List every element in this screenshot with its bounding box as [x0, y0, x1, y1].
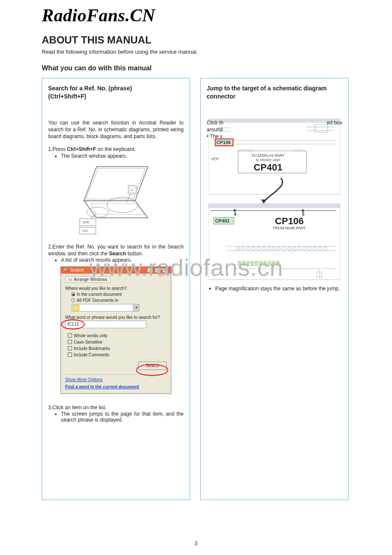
card-title-right: Jump to the target of a schematic diagra… — [207, 84, 342, 101]
svg-rect-55 — [238, 261, 241, 266]
card-title-line2: (Ctrl+Shift+F) — [48, 93, 86, 100]
svg-text:|: | — [315, 240, 315, 243]
svg-text:| | | | | | | | | |: | | | | | | | | | | — [294, 149, 302, 151]
card-search-refno: Search for a Ref. No. (phrase) (Ctrl+Shi… — [42, 78, 190, 500]
step2-bold: Search — [109, 251, 126, 257]
step-1: 1.Press Ctrl+Shift+F on the keyboard. — [48, 146, 184, 153]
right-note: Page magnification stays the same as bef… — [207, 286, 342, 292]
maximize-icon[interactable]: □ — [155, 268, 161, 273]
magnifier-icon: 🔍 — [63, 268, 69, 272]
check-whole-words[interactable]: Whole words only — [68, 333, 167, 338]
key-shift-label: Shift — [82, 220, 89, 224]
step2-bullet: A list of search results appears. — [61, 257, 184, 263]
line1b: ed box — [327, 120, 342, 126]
highlight-ellipse-search — [136, 364, 168, 376]
bullet-dot-icon — [209, 288, 211, 289]
check-include-comments[interactable]: Include Comments — [68, 353, 167, 357]
card-title-left: Search for a Ref. No. (phrase) (Ctrl+Shi… — [48, 84, 184, 101]
step1-prefix: 1.Press — [48, 146, 67, 152]
label-ver: VER — [211, 157, 219, 161]
svg-rect-56 — [242, 261, 245, 266]
line3: • The s — [207, 133, 222, 139]
step1-bullets: The Search window appears. — [61, 153, 184, 159]
close-icon[interactable]: × — [162, 268, 168, 273]
page-title: ABOUT THIS MANUAL — [42, 34, 350, 46]
step1-bullet: The Search window appears. — [61, 153, 184, 159]
svg-rect-63 — [272, 261, 275, 266]
svg-text:| | | | | | | | | | | | | | | : | | | | | | | | | | | | | | | | | | — [238, 149, 254, 151]
step1-suffix: on the keyboard. — [96, 146, 136, 152]
step2-suffix: button. — [126, 251, 143, 257]
line1a: Click th — [207, 120, 223, 126]
dialog-body: ▭ Arrange Windows Where would you like t… — [61, 274, 171, 393]
key-ctrl-label: Ctrl — [82, 229, 88, 233]
svg-rect-61 — [264, 261, 266, 266]
chk-bookmarks-label: Include Bookmarks — [74, 346, 110, 351]
svg-rect-64 — [277, 261, 279, 266]
search-dialog-figure: 🔍 Search _ □ × ▭ Arrange Windows Where w… — [48, 266, 184, 394]
radio-current-doc[interactable]: In the current document — [71, 292, 167, 297]
watermark-top: RadioFans.CN — [42, 5, 350, 26]
line2: around — [207, 127, 222, 133]
check-case-sensitive[interactable]: Case-Sensitive — [68, 340, 167, 344]
document-page: RadioFans.CN ABOUT THIS MANUAL Read the … — [0, 0, 392, 555]
svg-rect-28 — [208, 204, 340, 208]
step2-bullets: A list of search results appears. — [61, 257, 184, 263]
label-to-display: TO DISPLAY PART — [251, 153, 285, 158]
arrange-windows-button[interactable]: ▭ Arrange Windows — [65, 276, 110, 283]
search-dialog: 🔍 Search _ □ × ▭ Arrange Windows Where w… — [61, 266, 171, 394]
para1: You can use the search function in Acrob… — [48, 119, 184, 140]
svg-rect-57 — [247, 261, 249, 266]
svg-text:F: F — [131, 188, 134, 192]
arrange-label: Arrange Windows — [74, 277, 107, 282]
svg-rect-59 — [255, 261, 258, 266]
right-body-text: Click th ed box around • The s — [207, 119, 342, 142]
step3-bullets: The screen jumps to the page for that it… — [61, 411, 184, 423]
label-cp401-small: CP401 — [215, 218, 230, 223]
laptop-figure: F Shift Ctrl — [71, 163, 161, 236]
svg-rect-62 — [268, 261, 271, 266]
label-from-main: FROM MAIN PART — [273, 226, 306, 230]
chk-case-label: Case-Sensitive — [74, 340, 102, 344]
right-note-text: Page magnification stays the same as bef… — [215, 286, 340, 292]
radio-icon — [71, 292, 75, 296]
checkbox-icon — [68, 340, 72, 344]
checkbox-icon — [68, 353, 72, 357]
link-show-more-options[interactable]: Show More Options — [65, 377, 167, 382]
checkbox-icon — [68, 333, 72, 338]
folder-icon — [72, 305, 79, 311]
dialog-title-text: Search — [70, 268, 84, 272]
check-include-bookmarks[interactable]: Include Bookmarks — [68, 346, 167, 351]
label-to-front: To FRONT UNIT — [256, 158, 281, 162]
svg-marker-26 — [261, 199, 266, 204]
step-3: 3.Click an item on the list. — [48, 404, 184, 411]
intro-text: Read the following information before us… — [42, 49, 350, 55]
phrase-label: What word or phrase would you like to se… — [65, 315, 167, 320]
link-find-word[interactable]: Find a word in the current document — [65, 384, 167, 389]
radio-icon — [71, 298, 75, 302]
svg-rect-58 — [251, 261, 254, 266]
checkbox-icon — [68, 346, 72, 350]
card-jump-connector: Jump to the target of a schematic diagra… — [200, 78, 349, 500]
page-number: 3 — [0, 541, 392, 546]
chk-comments-label: Include Comments — [74, 353, 109, 357]
svg-text:|: | — [238, 240, 239, 243]
label-cp106-big: CP106 — [275, 216, 303, 226]
where-search-label: Where would you like to search? — [65, 286, 167, 291]
minimize-icon[interactable]: _ — [147, 268, 153, 273]
two-column-layout: Search for a Ref. No. (phrase) (Ctrl+Shi… — [42, 78, 350, 500]
step1-kbd: Ctrl+Shift+F — [67, 146, 96, 152]
pdf-location-dropdown[interactable]: ▾ — [71, 304, 139, 312]
dialog-titlebar: 🔍 Search _ □ × — [61, 267, 171, 274]
label-num4: 4 — [234, 212, 236, 217]
radio-all-pdf[interactable]: All PDF Documents in — [71, 298, 167, 303]
svg-rect-27 — [208, 204, 340, 280]
windows-icon: ▭ — [68, 277, 72, 282]
label-cp401-big: CP401 — [254, 162, 282, 173]
step-2: 2.Enter the Ref. No. you want to search … — [48, 243, 184, 257]
subsection-title: What you can do with this manual — [42, 64, 350, 72]
chk-whole-label: Whole words only — [74, 333, 107, 338]
card-intro-para: You can use the search function in Acrob… — [48, 119, 184, 140]
radio-current-label: In the current document — [77, 292, 122, 297]
radio-allpdf-label: All PDF Documents in — [77, 298, 118, 303]
